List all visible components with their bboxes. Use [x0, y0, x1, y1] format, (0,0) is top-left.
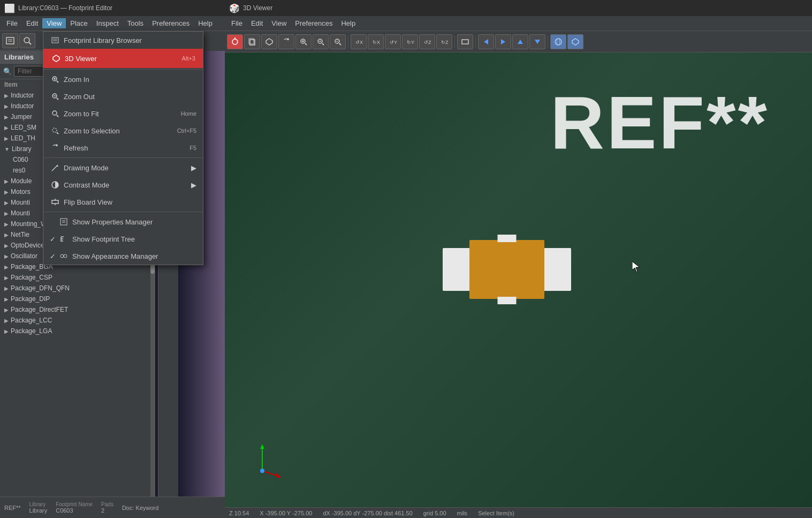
viewer-btn-zoom-in[interactable] [295, 34, 312, 49]
menu-item-zoom-sel[interactable]: Zoom to Selection Ctrl+F5 [43, 122, 203, 139]
cap-left-pad [443, 248, 472, 291]
viewer-btn-refresh[interactable] [278, 34, 294, 49]
menu-tools[interactable]: Tools [123, 18, 148, 28]
viewer-title: 3D Viewer [243, 4, 272, 12]
viewer-btn-board[interactable] [457, 34, 473, 49]
svg-line-61 [57, 132, 58, 134]
viewer-btn-next[interactable] [495, 34, 511, 49]
menu-item-zoom-fit[interactable]: Zoom to Fit Home [43, 105, 203, 122]
viewer-btn-rotate-y-cw[interactable]: ↻Y [402, 34, 418, 49]
submenu-arrow2: ▶ [191, 181, 196, 189]
viewer-btn-rotate-x-cc[interactable]: ↺X [351, 34, 367, 49]
menu-inspect[interactable]: Inspect [92, 18, 123, 28]
draw-icon [50, 162, 60, 173]
viewer-menu-help[interactable]: Help [337, 18, 360, 28]
axes-indicator [241, 436, 284, 481]
status-pads-label: Pads [101, 501, 113, 507]
zoom-sel-icon [50, 125, 60, 136]
viewer-btn-3dball[interactable] [550, 34, 566, 49]
viewer-btn-copy[interactable] [244, 34, 260, 49]
svg-point-76 [64, 254, 67, 258]
svg-text:↻X: ↻X [373, 40, 380, 45]
svg-marker-34 [484, 39, 488, 44]
separator3 [43, 212, 203, 212]
menu-item-fp-browser[interactable]: Footprint Library Browser [43, 32, 203, 49]
viewer-toolbar: ↺X ↻X ↺Y ↻Y ↺Z ↻Z [225, 31, 812, 52]
viewer-delta-coords: dX -395.00 dY -275.00 dist 461.50 [323, 510, 412, 516]
svg-point-60 [52, 128, 57, 132]
list-item[interactable]: ▶ Package_DFN_QFN [0, 283, 155, 294]
menu-item-contrast-mode[interactable]: Contrast Mode ▶ [43, 176, 203, 193]
list-item[interactable]: ▶ Package_LCC [0, 315, 155, 326]
svg-marker-36 [518, 40, 523, 44]
menu-place[interactable]: Place [66, 18, 92, 28]
menu-item-drawing-mode[interactable]: Drawing Mode ▶ [43, 159, 203, 176]
capacitor-body [443, 240, 571, 299]
status-doc-value: Doc: Keyword [122, 505, 158, 511]
toolbar-inspect[interactable] [19, 33, 35, 48]
svg-point-45 [260, 469, 264, 473]
menu-item-3d-viewer[interactable]: 3D Viewer Alt+3 [43, 49, 203, 68]
toolbar-separator [348, 35, 348, 48]
list-item[interactable]: ▶ Package_CSP [0, 272, 155, 283]
zoom-fit-icon [50, 108, 60, 119]
viewer-btn-3d-toggle[interactable] [261, 34, 277, 49]
cap-right-pad [542, 248, 571, 291]
menu-item-refresh[interactable]: Refresh F5 [43, 139, 203, 156]
viewer-menu-edit[interactable]: Edit [247, 18, 267, 28]
appearance-icon [58, 251, 69, 261]
svg-rect-33 [462, 40, 468, 44]
ref-text: REF** [550, 79, 769, 166]
menu-item-flip[interactable]: Flip Board View [43, 193, 203, 211]
svg-point-38 [555, 39, 561, 45]
svg-marker-37 [535, 40, 540, 44]
viewer-btn-top-view[interactable] [567, 34, 583, 49]
menu-edit[interactable]: Edit [22, 18, 42, 28]
list-item[interactable]: ▶ Package_DIP [0, 294, 155, 304]
viewer-btn-rotate-z-cw[interactable]: ↻Z [436, 34, 452, 49]
viewer-btn-prev[interactable] [478, 34, 494, 49]
viewer-btn-rotate-y-cc[interactable]: ↺Y [385, 34, 401, 49]
viewer-menu-preferences[interactable]: Preferences [291, 18, 337, 28]
list-item[interactable]: ▶ Package_DirectFET [0, 304, 155, 315]
svg-rect-47 [52, 37, 58, 43]
viewer-menu-view[interactable]: View [267, 18, 291, 28]
menu-item-zoom-out[interactable]: Zoom Out [43, 88, 203, 105]
svg-marker-44 [276, 472, 281, 478]
viewer-btn-rotate-x-cw[interactable]: ↻X [368, 34, 384, 49]
viewer-btn-zoom-fit[interactable] [330, 34, 346, 49]
svg-marker-46 [632, 261, 640, 272]
viewer-btn-reload[interactable] [227, 34, 243, 49]
toolbar-lib-browser[interactable] [2, 33, 18, 48]
viewer-titlebar: 🎲 3D Viewer [225, 0, 812, 16]
viewer-units: mils [457, 510, 468, 516]
svg-text:↺X: ↺X [355, 40, 363, 45]
menu-item-zoom-in[interactable]: Zoom In [43, 71, 203, 88]
menu-item-appearance[interactable]: ✓ Show Appearance Manager [43, 247, 203, 265]
footprint-editor-title: Library:C0603 — Footprint Editor [18, 4, 112, 12]
menu-file[interactable]: File [2, 18, 22, 28]
viewer-btn-zoom-out[interactable] [313, 34, 329, 49]
status-doc: Doc: Keyword [122, 505, 158, 511]
svg-point-58 [52, 111, 57, 115]
viewer-statusbar: Z 10.54 X -395.00 Y -275.00 dX -395.00 d… [225, 507, 812, 518]
status-fp-value: C0603 [56, 507, 93, 514]
viewer-menubar: File Edit View Preferences Help [225, 16, 812, 31]
menu-item-fp-tree[interactable]: ✓ Show Footprint Tree [43, 230, 203, 247]
status-pads-value: 2 [101, 507, 113, 514]
footprint-editor-statusbar: REF** Library Library Footprint Name C06… [0, 497, 225, 518]
menu-view[interactable]: View [42, 18, 66, 28]
svg-line-59 [57, 115, 58, 117]
check-appearance: ✓ [50, 252, 58, 260]
svg-text:↺Y: ↺Y [390, 40, 397, 45]
menu-help[interactable]: Help [194, 18, 217, 28]
viewer-btn-down[interactable] [529, 34, 545, 49]
menu-item-properties[interactable]: Show Properties Manager [43, 213, 203, 230]
svg-point-75 [60, 254, 64, 258]
viewer-menu-file[interactable]: File [227, 18, 247, 28]
list-item[interactable]: ▶ Package_LGA [0, 326, 155, 336]
viewer-window: 🎲 3D Viewer File Edit View Preferences H… [225, 0, 812, 518]
viewer-btn-rotate-z-cc[interactable]: ↺Z [419, 34, 435, 49]
viewer-btn-up[interactable] [512, 34, 528, 49]
menu-preferences[interactable]: Preferences [148, 18, 194, 28]
